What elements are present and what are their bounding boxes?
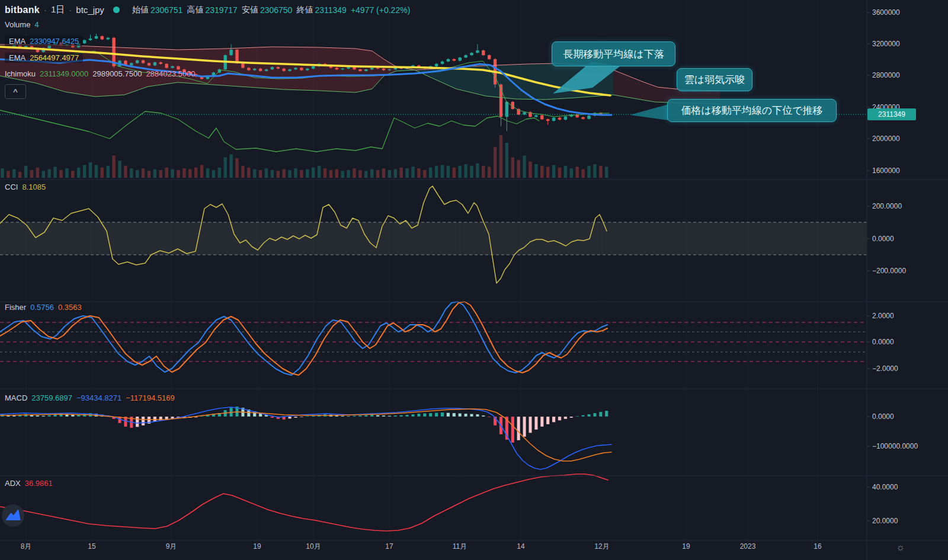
price-axis-label: −100000.0000: [872, 442, 918, 450]
collapse-indicators-button[interactable]: ^: [5, 84, 26, 99]
symbol-name[interactable]: bitbank: [5, 5, 40, 15]
time-axis-label: 17: [385, 542, 393, 551]
adx-value: 36.9861: [25, 479, 53, 488]
ema-slow-label: EMA: [9, 53, 25, 62]
annotation-cloud-bearish: 雲は弱気示唆: [677, 68, 752, 91]
cci-value: 8.1085: [22, 183, 46, 191]
time-axis-label: 11月: [453, 542, 467, 552]
price-axis-label: 2000000: [872, 135, 900, 143]
ichimoku-value-3: 2884023.5000: [146, 69, 195, 78]
price-axis-label: 20.0000: [872, 517, 898, 525]
change-value: +4977 (+0.22%): [351, 5, 410, 15]
chevron-up-icon: ^: [13, 87, 18, 96]
sun-icon[interactable]: ☼: [896, 542, 905, 553]
macd-label: MACD: [5, 393, 27, 402]
adx-legend[interactable]: ADX 36.9861: [5, 479, 53, 488]
annotation-long-ma-falling: 長期移動平均線は下落: [552, 41, 675, 66]
price-axis-label: 3200000: [872, 40, 900, 48]
volume-label: Volume: [5, 20, 30, 29]
time-axis-label: 19: [253, 542, 261, 551]
volume-legend[interactable]: Volume 4: [5, 20, 39, 29]
time-axis-label: 15: [88, 542, 95, 551]
macd-value-3: −117194.5169: [126, 393, 175, 402]
header-separator: ·: [69, 5, 72, 15]
macd-value-1: 23759.6897: [31, 393, 72, 402]
cci-legend[interactable]: CCI 8.1085: [5, 183, 46, 191]
fisher-label: Fisher: [5, 303, 26, 312]
ichimoku-legend[interactable]: Ichimoku 2311349.0000 2989005.7500 28840…: [5, 69, 196, 78]
macd-legend[interactable]: MACD 23759.6897 −93434.8271 −117194.5169: [5, 393, 175, 402]
time-axis-label: 2023: [740, 542, 756, 551]
ichimoku-value-2: 2989005.7500: [92, 69, 142, 78]
tradingview-logo-icon[interactable]: [1, 504, 25, 530]
last-price-tag: 2311349: [867, 108, 916, 120]
adx-label: ADX: [5, 479, 21, 488]
price-axis-label: 3600000: [872, 8, 900, 17]
pair-name[interactable]: btc_jpy: [76, 5, 104, 15]
interval-selector[interactable]: 1日: [51, 4, 65, 15]
market-status-icon: [113, 7, 120, 13]
time-axis-label: 12月: [594, 542, 609, 552]
price-axis-label: 0.0000: [872, 235, 894, 243]
ema-slow-value: 2564497.4977: [30, 53, 79, 62]
ichimoku-label: Ichimoku: [5, 69, 36, 78]
time-axis-label: 9月: [166, 542, 177, 552]
time-axis-label: 19: [682, 542, 690, 551]
low-label: 安値: [242, 5, 258, 15]
fisher-value-2: 0.3563: [58, 303, 82, 312]
high-value: 2319717: [205, 5, 238, 15]
volume-value: 4: [34, 20, 39, 29]
time-axis-label: 16: [814, 542, 821, 551]
open-label: 始値: [132, 5, 149, 15]
close-value: 2311349: [315, 5, 346, 15]
close-label: 終値: [296, 5, 313, 15]
header: bitbank · 1日 · btc_jpy 始値 2306751 高値 231…: [5, 4, 410, 15]
fisher-legend[interactable]: Fisher 0.5756 0.3563: [5, 303, 82, 312]
ema-fast-value: 2330947.6425: [30, 37, 79, 46]
fisher-value-1: 0.5756: [30, 303, 54, 312]
time-axis-label: 10月: [306, 542, 321, 552]
low-value: 2306750: [260, 5, 293, 15]
ema-slow-legend[interactable]: EMA 2564497.4977: [5, 53, 83, 63]
annotation-text: 長期移動平均線は下落: [563, 47, 664, 61]
price-axis-label: −2.0000: [872, 364, 898, 373]
time-axis-label: 14: [517, 542, 524, 551]
annotation-price-below-ma: 価格は移動平均線の下位で推移: [667, 99, 837, 122]
high-label: 高値: [187, 5, 203, 15]
cci-label: CCI: [5, 183, 18, 191]
price-axis-label: −200.0000: [872, 267, 906, 275]
ema-fast-legend[interactable]: EMA 2330947.6425: [5, 36, 83, 46]
price-axis-label: 0.0000: [872, 338, 894, 346]
price-axis-label: 200.0000: [872, 202, 902, 210]
trading-chart-app: bitbank · 1日 · btc_jpy 始値 2306751 高値 231…: [0, 0, 948, 560]
price-axis-label: 2.0000: [872, 312, 894, 320]
ema-fast-label: EMA: [9, 37, 25, 46]
annotation-text: 価格は移動平均線の下位で推移: [681, 104, 822, 117]
chart-canvas[interactable]: [0, 0, 948, 560]
price-axis-label: 1600000: [872, 167, 900, 175]
open-value: 2306751: [150, 5, 183, 15]
price-axis-label: 2800000: [872, 71, 900, 79]
ichimoku-value-1: 2311349.0000: [40, 69, 88, 78]
price-axis-label: 40.0000: [872, 483, 898, 491]
header-separator: ·: [44, 5, 47, 15]
annotation-text: 雲は弱気示唆: [684, 73, 745, 87]
price-axis-label: 0.0000: [872, 412, 894, 421]
time-axis-label: 8月: [21, 542, 32, 552]
macd-value-2: −93434.8271: [76, 393, 121, 402]
